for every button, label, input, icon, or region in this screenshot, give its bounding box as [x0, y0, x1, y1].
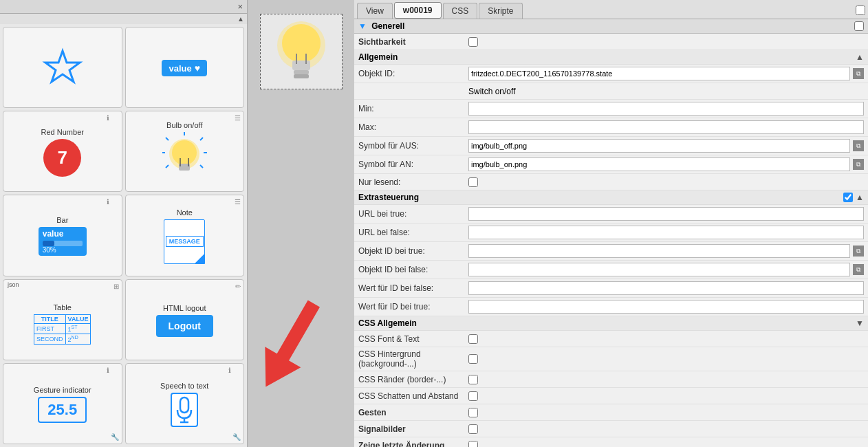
- value-text: value: [169, 63, 191, 74]
- css-schatten-value: [468, 391, 864, 401]
- url-true-input[interactable]: [468, 207, 864, 221]
- signalbilder-checkbox[interactable]: [468, 424, 478, 434]
- widget-card-html-logout[interactable]: HTML logout Logout ✏: [125, 279, 245, 360]
- bulb-icon: [162, 132, 207, 184]
- tab-skripte[interactable]: Skripte: [479, 3, 522, 19]
- red-number-circle: 7: [43, 139, 81, 177]
- widget-card-star[interactable]: [3, 27, 122, 108]
- objekt-id-input[interactable]: [468, 67, 850, 80]
- scroll-controls: ▲: [0, 14, 247, 24]
- prop-signalbilder: Signalbilder: [354, 421, 868, 437]
- gesture-label: Gesture indicator: [34, 386, 91, 394]
- nur-lesend-checkbox[interactable]: [468, 177, 478, 187]
- gesture-action-icon: 🔧: [111, 433, 119, 441]
- canvas-bulb-icon: [270, 19, 332, 85]
- objekt-id-false-input[interactable]: [468, 263, 850, 276]
- wert-false-label: Wert für ID bei false:: [358, 283, 468, 293]
- bar-widget: value 30%: [39, 227, 87, 256]
- wert-true-input[interactable]: [468, 300, 864, 314]
- objekt-id-true-value: ⧉: [468, 244, 864, 258]
- objekt-id-false-copy-icon[interactable]: ⧉: [853, 264, 864, 275]
- svg-marker-23: [248, 294, 332, 397]
- widget-card-json-table[interactable]: json Table TITLEVALUE FIRST1ST SECOND2ND…: [3, 279, 122, 360]
- css-schatten-checkbox[interactable]: [468, 391, 478, 401]
- zeige-letzte-checkbox[interactable]: [468, 441, 478, 448]
- note-label: Note: [177, 208, 193, 217]
- canvas-area: [248, 0, 354, 447]
- objekt-id-true-label: Objekt ID bei true:: [358, 246, 468, 256]
- scroll-up-arrow[interactable]: ▲: [237, 15, 244, 23]
- speech-icon: [171, 393, 198, 427]
- prop-css-font-text: CSS Font & Text: [354, 331, 868, 347]
- right-panel: View w00019 CSS Skripte ▼ Generell Sicht…: [354, 0, 868, 447]
- extrasteuerung-collapse[interactable]: ▲: [856, 193, 864, 202]
- prop-css-raender: CSS Ränder (border-...): [354, 371, 868, 388]
- close-button[interactable]: ×: [236, 1, 244, 12]
- extrasteuerung-checkbox[interactable]: [843, 193, 853, 202]
- svg-rect-19: [294, 70, 309, 74]
- gesten-checkbox[interactable]: [468, 408, 478, 417]
- bar-pct: 30%: [43, 246, 83, 254]
- widget-card-red-number[interactable]: Red Number 7 ℹ: [3, 111, 122, 192]
- css-hintergrund-label: CSS Hintergrund (background-...): [358, 349, 468, 369]
- widget-card-gesture[interactable]: Gesture indicator 25.5 ℹ 🔧: [3, 363, 122, 444]
- prop-max: Max:: [354, 118, 868, 137]
- symbol-an-value: ⧉: [468, 157, 864, 171]
- logout-button[interactable]: Logout: [156, 315, 213, 337]
- bar-progress-fill: [43, 241, 54, 246]
- widget-canvas[interactable]: [260, 14, 343, 89]
- prop-objekt-id: Objekt ID: ⧉: [354, 65, 868, 83]
- widget-card-bar[interactable]: Bar value 30% ℹ: [3, 195, 122, 276]
- drag-icon: ☰: [235, 114, 241, 122]
- tab-view[interactable]: View: [357, 3, 393, 19]
- wert-false-value: [468, 281, 864, 295]
- css-hintergrund-checkbox[interactable]: [468, 354, 478, 364]
- symbol-aus-copy-icon[interactable]: ⧉: [853, 140, 864, 151]
- symbol-an-input[interactable]: [468, 157, 850, 171]
- gesten-label: Gesten: [358, 408, 468, 417]
- widget-card-value[interactable]: value ♥: [125, 27, 245, 108]
- objekt-id-copy-icon[interactable]: ⧉: [853, 68, 864, 79]
- tab-css[interactable]: CSS: [443, 3, 478, 19]
- allgemein-collapse[interactable]: ▲: [856, 52, 864, 62]
- prop-gesten: Gesten: [354, 404, 868, 421]
- prop-css-hintergrund: CSS Hintergrund (background-...): [354, 347, 868, 371]
- url-false-label: URL bei false:: [358, 228, 468, 237]
- microphone-icon: [175, 396, 194, 424]
- symbol-an-copy-icon[interactable]: ⧉: [853, 159, 864, 170]
- wert-true-label: Wert für ID bei true:: [358, 302, 468, 312]
- wert-false-input[interactable]: [468, 281, 864, 295]
- symbol-aus-input[interactable]: [468, 139, 850, 153]
- logout-label: HTML logout: [163, 304, 206, 312]
- symbol-aus-label: Symbol für AUS:: [358, 141, 468, 151]
- min-input[interactable]: [468, 102, 864, 116]
- generell-checkbox[interactable]: [854, 21, 864, 31]
- sichtbarkeit-checkbox[interactable]: [468, 37, 478, 47]
- url-false-input[interactable]: [468, 226, 864, 239]
- bar-value-text: value: [43, 229, 83, 239]
- max-input[interactable]: [468, 120, 864, 134]
- prop-objekt-id-false: Objekt ID bei false: ⧉: [354, 261, 868, 279]
- sichtbarkeit-label: Sichtbarkeit: [358, 37, 468, 47]
- value-display: value ♥: [162, 60, 207, 76]
- prop-wert-true: Wert für ID bei true:: [354, 298, 868, 316]
- svg-line-5: [200, 138, 203, 140]
- tab-checkbox[interactable]: [856, 6, 865, 15]
- widget-card-bulb[interactable]: Bulb on/off: [125, 111, 245, 192]
- symbol-aus-value: ⧉: [468, 139, 864, 153]
- objekt-id-true-copy-icon[interactable]: ⧉: [853, 246, 864, 257]
- widget-grid: value ♥ Red Number 7 ℹ Bulb on/off: [0, 24, 247, 447]
- zeige-letzte-label: Zeige letzte Änderung: [358, 441, 468, 448]
- table-action-icon: ⊞: [113, 283, 119, 290]
- prop-min: Min:: [354, 100, 868, 118]
- tab-widget-id[interactable]: w00019: [394, 2, 442, 19]
- max-value: [468, 120, 864, 134]
- widget-card-speech[interactable]: Speech to text ℹ 🔧: [125, 363, 245, 444]
- widget-card-note[interactable]: Note MESSAGE ☰: [125, 195, 245, 276]
- css-font-text-checkbox[interactable]: [468, 334, 478, 344]
- css-allgemein-collapse[interactable]: ▼: [856, 318, 864, 328]
- red-arrow-icon: [234, 294, 358, 404]
- css-raender-checkbox[interactable]: [468, 375, 478, 384]
- logout-action-icon: ✏: [235, 283, 241, 290]
- objekt-id-true-input[interactable]: [468, 244, 850, 258]
